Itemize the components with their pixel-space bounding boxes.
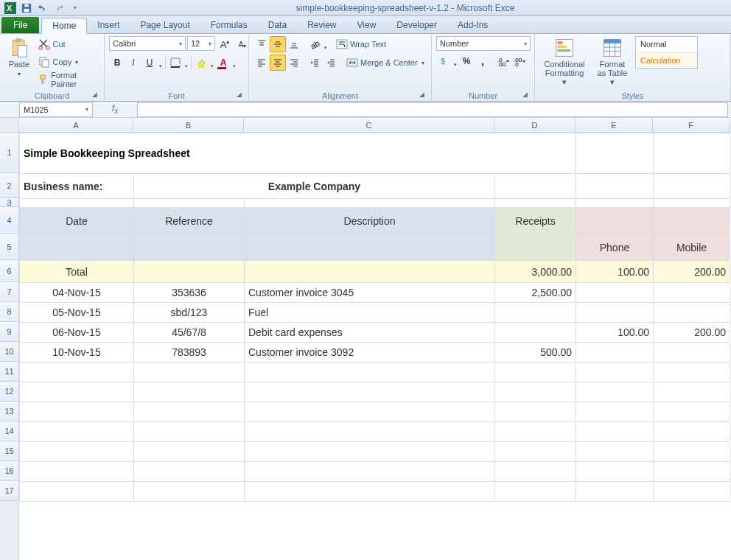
comma-icon[interactable]: , [475, 53, 491, 69]
name-box[interactable]: M1025 ▾ [19, 102, 93, 117]
font-dialog-launcher-icon[interactable]: ◢ [234, 89, 244, 99]
col-header-D[interactable]: D [494, 118, 576, 132]
cell-bn-label[interactable]: Business name: [20, 174, 134, 199]
copy-button[interactable]: Copy▾ [36, 54, 99, 70]
align-center-icon[interactable] [270, 55, 286, 71]
row-header-10[interactable]: 10 [0, 342, 18, 362]
tab-file[interactable]: File [1, 17, 39, 33]
decrease-decimal-icon[interactable]: .00.0 [511, 53, 528, 69]
fx-icon[interactable]: fx [105, 103, 125, 115]
cell-styles-gallery[interactable]: Normal Calculation [635, 36, 698, 69]
align-right-icon[interactable] [286, 55, 302, 71]
cell-ref[interactable]: 783893 [134, 343, 245, 363]
fill-color-icon[interactable]: ▾ [193, 55, 215, 71]
font-size-combo[interactable]: 12▾ [187, 36, 215, 51]
cell-total-label[interactable]: Total [20, 261, 134, 283]
align-top-icon[interactable] [253, 36, 270, 52]
style-calculation[interactable]: Calculation [636, 53, 697, 69]
cell-desc[interactable]: Fuel [245, 303, 495, 323]
cell-total-phone[interactable]: 100.00 [576, 261, 654, 283]
cell-mobile[interactable] [654, 283, 730, 303]
tab-developer[interactable]: Developer [386, 17, 447, 33]
row-header-6[interactable]: 6 [0, 260, 18, 282]
row-header-4[interactable]: 4 [0, 207, 18, 234]
italic-icon[interactable]: I [125, 55, 141, 71]
tab-insert[interactable]: Insert [87, 17, 130, 33]
cell-date[interactable]: 10-Nov-15 [20, 343, 134, 363]
tab-add-ins[interactable]: Add-Ins [447, 17, 498, 33]
number-format-combo[interactable]: Number▾ [436, 36, 531, 51]
select-all-corner[interactable] [0, 118, 18, 133]
cell-bn-value[interactable]: Example Company [134, 174, 495, 199]
column-headers[interactable]: ABCDEF [19, 118, 731, 133]
cell-mobile[interactable]: 200.00 [654, 323, 730, 343]
font-color-icon[interactable]: A▾ [215, 55, 237, 71]
col-header-C[interactable]: C [244, 118, 494, 132]
cell-mobile[interactable] [654, 303, 730, 323]
cell-title[interactable]: Simple Bookkeeping Spreadsheet [20, 133, 495, 174]
cell-total-mobile[interactable]: 200.00 [654, 261, 730, 283]
row-header-8[interactable]: 8 [0, 302, 18, 322]
tab-view[interactable]: View [347, 17, 387, 33]
alignment-dialog-launcher-icon[interactable]: ◢ [416, 89, 427, 99]
cell-receipts[interactable] [495, 303, 576, 323]
cell-desc[interactable]: Debit card expenses [245, 323, 495, 343]
row-header-12[interactable]: 12 [0, 382, 18, 402]
clipboard-dialog-launcher-icon[interactable]: ◢ [89, 89, 99, 99]
row-header-2[interactable]: 2 [0, 173, 18, 198]
row-header-9[interactable]: 9 [0, 322, 18, 342]
cell-date[interactable]: 05-Nov-15 [20, 303, 134, 323]
merge-center-button[interactable]: Merge & Center▾ [346, 55, 424, 71]
tab-formulas[interactable]: Formulas [200, 17, 258, 33]
conditional-formatting-button[interactable]: Conditional Formatting ▾ [539, 36, 590, 88]
grow-font-icon[interactable]: A▴ [217, 36, 233, 52]
excel-logo-icon[interactable]: X [3, 1, 18, 15]
cell-ref[interactable]: 353636 [134, 283, 245, 303]
bold-icon[interactable]: B [109, 55, 125, 71]
cell-phone[interactable] [576, 303, 654, 323]
col-header-B[interactable]: B [133, 118, 244, 132]
cell-date[interactable]: 04-Nov-15 [20, 283, 134, 303]
underline-icon[interactable]: U▾ [141, 55, 164, 71]
borders-icon[interactable]: ▾ [167, 55, 189, 71]
cell-date[interactable]: 06-Nov-15 [20, 323, 134, 343]
style-normal[interactable]: Normal [636, 37, 697, 53]
cell-receipts[interactable]: 2,500.00 [495, 283, 576, 303]
format-as-table-button[interactable]: Format as Table ▾ [592, 36, 632, 88]
cell-phone[interactable] [576, 283, 654, 303]
hdr-reference[interactable]: Reference [134, 208, 245, 234]
cell-desc[interactable]: Customer invoice 3092 [245, 343, 495, 363]
worksheet-grid[interactable]: 1234567891011121314151617 ABCDEF Simple … [0, 118, 731, 560]
percent-icon[interactable]: % [458, 53, 475, 69]
decrease-indent-icon[interactable] [307, 55, 323, 71]
wrap-text-button[interactable]: Wrap Text [336, 36, 386, 52]
row-header-7[interactable]: 7 [0, 282, 18, 302]
hdr-receipts[interactable]: Receipts [495, 208, 576, 234]
row-header-16[interactable]: 16 [0, 461, 18, 481]
increase-decimal-icon[interactable]: .0.00 [495, 53, 511, 69]
undo-icon[interactable] [35, 1, 50, 15]
orientation-icon[interactable]: ab▾ [307, 36, 329, 52]
cell-receipts[interactable] [495, 323, 576, 343]
paste-button[interactable]: Paste▾ [4, 36, 33, 80]
tab-data[interactable]: Data [258, 17, 297, 33]
row-header-15[interactable]: 15 [0, 441, 18, 461]
font-name-combo[interactable]: Calibri▾ [109, 36, 186, 51]
tab-home[interactable]: Home [41, 18, 87, 34]
hdr-date[interactable]: Date [20, 208, 134, 234]
align-left-icon[interactable] [253, 55, 270, 71]
cell-desc[interactable]: Customer invoice 3045 [245, 283, 495, 303]
customize-qat-icon[interactable]: ▾ [68, 1, 83, 15]
accounting-format-icon[interactable]: $▾ [436, 53, 458, 69]
row-header-5[interactable]: 5 [0, 234, 18, 260]
cut-button[interactable]: Cut [36, 36, 99, 52]
cell-phone[interactable]: 100.00 [576, 323, 654, 343]
tab-page-layout[interactable]: Page Layout [130, 17, 200, 33]
align-bottom-icon[interactable] [286, 36, 302, 52]
row-header-3[interactable]: 3 [0, 198, 18, 207]
row-header-11[interactable]: 11 [0, 362, 18, 382]
cell-ref[interactable]: 45/67/8 [134, 323, 245, 343]
cell-mobile[interactable] [654, 343, 730, 363]
hdr-phone[interactable]: Phone [576, 234, 654, 261]
col-header-E[interactable]: E [576, 118, 653, 132]
